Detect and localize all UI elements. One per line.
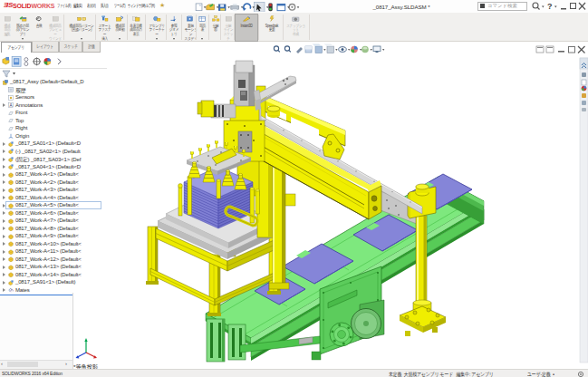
svg-text:A: A: [10, 103, 13, 108]
